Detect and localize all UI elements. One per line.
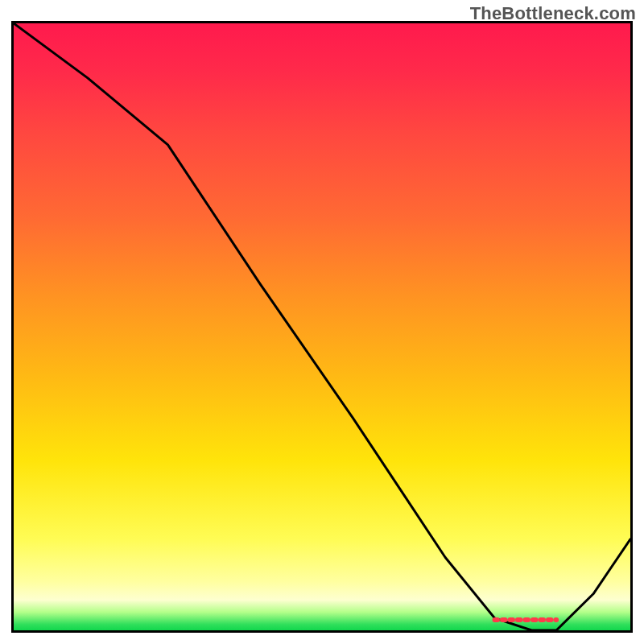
- curve-path: [14, 23, 630, 630]
- chart-svg: [14, 23, 630, 630]
- chart-container: TheBottleneck.com: [0, 0, 644, 644]
- plot-area: [11, 21, 633, 633]
- watermark-text: TheBottleneck.com: [470, 3, 636, 24]
